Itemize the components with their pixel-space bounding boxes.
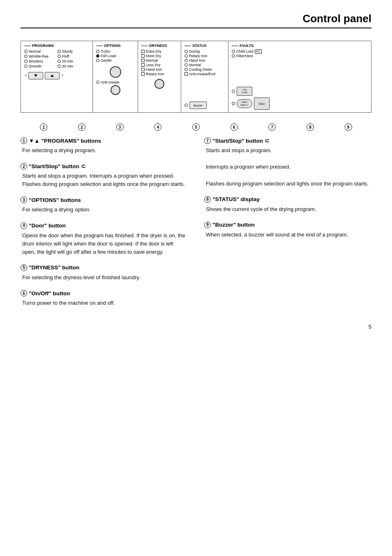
programs-grid: Normal Sturdy Wrinkle-free Fluff Woolens…	[24, 49, 89, 69]
desc-block-6: 6 "On/Off" button Turns power to the mac…	[21, 290, 188, 307]
page-header: Control panel	[21, 12, 371, 28]
desc-body-1: For selecting a drying program.	[21, 146, 188, 155]
dryness-knob-area	[141, 78, 178, 90]
start-stop-button[interactable]: StartStop ⊂	[237, 99, 252, 108]
programs-section: PROGRAMS Normal Sturdy Wrinkle-free Fluf…	[21, 41, 93, 112]
desc-body-9: When selected, a buzzer will sound at th…	[204, 231, 371, 239]
faults-label: FAULTS	[232, 44, 274, 48]
dryness-normal: Normal	[141, 58, 178, 63]
desc-body-2: Starts and stops a program. Interrupts a…	[21, 172, 188, 188]
desc-block-2: 2 "Start/Stop" button ⊂ Starts and stops…	[21, 163, 188, 188]
status-drying: Drying	[184, 49, 225, 53]
fault-childlock: Child Lock PC	[232, 49, 274, 53]
left-descriptions: 1 ▼▲ "PROGRAMS" buttons For selecting a …	[21, 137, 188, 315]
callout-3: 3	[116, 123, 124, 131]
callout-8: 8	[307, 123, 314, 131]
buzzer-button[interactable]: Buzzer	[189, 102, 207, 109]
desc-title-6: 6 "On/Off" button	[21, 290, 188, 297]
status-label: STATUS	[184, 44, 225, 48]
dryness-label: DRYNESS	[141, 44, 178, 48]
callout-numbers-row: 1 2 3 4 5 6 7 8 9	[21, 121, 371, 133]
desc-block-3: 3 "OPTIONS" buttons For selecting a dryi…	[21, 197, 188, 214]
program-30min: 30 min	[58, 64, 89, 68]
options-section: OPTIONS Turbo Full Load Gentle Anti-crea…	[93, 41, 138, 112]
door-button[interactable]: Door	[254, 97, 270, 110]
callout-2: 2	[78, 123, 85, 131]
programs-bottom-controls: └ ┘	[24, 71, 89, 80]
desc-block-5: 5 "DRYNESS" button For selecting the dry…	[21, 264, 188, 282]
desc-body-7: Starts and stops a program. Interrupts a…	[204, 146, 371, 188]
anti-crease-knob[interactable]	[111, 85, 120, 95]
desc-block-1: 1 ▼▲ "PROGRAMS" buttons For selecting a …	[21, 137, 188, 155]
desc-block-9: 9 "Buzzer" button When selected, a buzze…	[204, 222, 371, 239]
option-gentle: Gentle	[96, 58, 134, 63]
desc-block-7: 7 "Start/Stop" button ⊂ Starts and stops…	[204, 137, 371, 188]
callout-6: 6	[231, 123, 238, 131]
option-fullload: Full Load	[96, 54, 134, 58]
buzzer-control: Buzzer	[184, 101, 225, 110]
options-knob-area	[96, 65, 134, 79]
page-number: 5	[21, 324, 371, 330]
options-label: OPTIONS	[96, 44, 134, 48]
program-smooth: Smooth	[24, 64, 56, 68]
program-woolens: Woolens	[24, 59, 56, 63]
program-wrinkle-free: Wrinkle-free	[24, 54, 56, 58]
dryness-rotaryiron: Rotary Iron	[141, 72, 178, 76]
anti-crease-area: Anti-crease	[96, 80, 134, 96]
status-section: STATUS Drying Rotary Iron Hand Iron Norm…	[181, 41, 228, 112]
desc-title-3: 3 "OPTIONS" buttons	[21, 197, 188, 203]
dryness-lessdry: Less Dry	[141, 63, 178, 67]
desc-title-7: 7 "Start/Stop" button ⊂	[204, 137, 371, 144]
desc-body-6: Turns power to the machine on and off.	[21, 299, 188, 307]
desc-title-5: 5 "DRYNESS" button	[21, 264, 188, 271]
option-turbo: Turbo	[96, 49, 134, 53]
status-coolingdown: Cooling Down	[184, 67, 225, 72]
callout-7: 7	[268, 123, 276, 131]
program-normal: Normal	[24, 49, 56, 53]
start-stop-control: StartStop ⊂ Door	[232, 97, 274, 110]
programs-label: PROGRAMS	[24, 44, 89, 48]
dryness-section: DRYNESS Extra Dry More Dry Normal Less D…	[138, 41, 181, 112]
page-title: Control panel	[21, 12, 371, 25]
right-descriptions: 7 "Start/Stop" button ⊂ Starts and stops…	[204, 137, 371, 315]
on-off-button[interactable]: I·On0·Off	[237, 87, 252, 96]
desc-body-8: Shows the current cycle of the drying pr…	[204, 205, 371, 213]
option-anti-crease: Anti-crease	[96, 80, 134, 84]
options-knob[interactable]	[110, 66, 121, 78]
right-controls: I·On0·Off StartStop ⊂ Door	[232, 83, 274, 110]
desc-title-9: 9 "Buzzer" button	[204, 222, 371, 228]
desc-title-1: 1 ▼▲ "PROGRAMS" buttons	[21, 137, 188, 144]
desc-body-5: For selecting the dryness level of finis…	[21, 273, 188, 282]
fault-filtervent: Filter/Vent	[232, 54, 274, 58]
desc-block-8: 8 "STATUS" display Shows the current cyc…	[204, 196, 371, 213]
control-panel-diagram: PROGRAMS Normal Sturdy Wrinkle-free Fluf…	[21, 41, 371, 113]
program-20min: 20 min	[58, 59, 89, 63]
callout-1: 1	[40, 123, 47, 131]
callout-9: 9	[345, 123, 352, 131]
callout-4: 4	[154, 123, 161, 131]
callout-5: 5	[192, 123, 200, 131]
desc-block-4: 4 "Door" button Opens the door when the …	[21, 222, 188, 256]
status-normal: Normal	[184, 63, 225, 67]
desc-title-2: 2 "Start/Stop" button ⊂	[21, 163, 188, 169]
desc-body-4: Opens the door when the program has fini…	[21, 232, 188, 256]
program-sturdy: Sturdy	[58, 49, 89, 53]
dryness-moredry: More Dry	[141, 54, 178, 58]
descriptions-grid: 1 ▼▲ "PROGRAMS" buttons For selecting a …	[21, 137, 371, 315]
dryness-handiron: Hand Iron	[141, 67, 178, 72]
faults-section: FAULTS Child Lock PC Filter/Vent I·On0·O…	[228, 41, 278, 112]
status-rotaryiron: Rotary Iron	[184, 54, 225, 58]
status-handiron: Hand Iron	[184, 58, 225, 63]
dryness-extradry: Extra Dry	[141, 49, 178, 53]
dryness-knob[interactable]	[154, 79, 164, 89]
desc-body-3: For selecting a drying option.	[21, 206, 188, 214]
programs-up-button[interactable]	[45, 72, 60, 79]
desc-title-4: 4 "Door" button	[21, 222, 188, 229]
desc-title-8: 8 "STATUS" display	[204, 196, 371, 203]
program-fluff: Fluff	[58, 54, 89, 58]
on-off-control: I·On0·Off	[232, 87, 274, 96]
programs-down-button[interactable]	[28, 72, 43, 79]
status-anticrease: Anti-crease/End	[184, 72, 225, 76]
